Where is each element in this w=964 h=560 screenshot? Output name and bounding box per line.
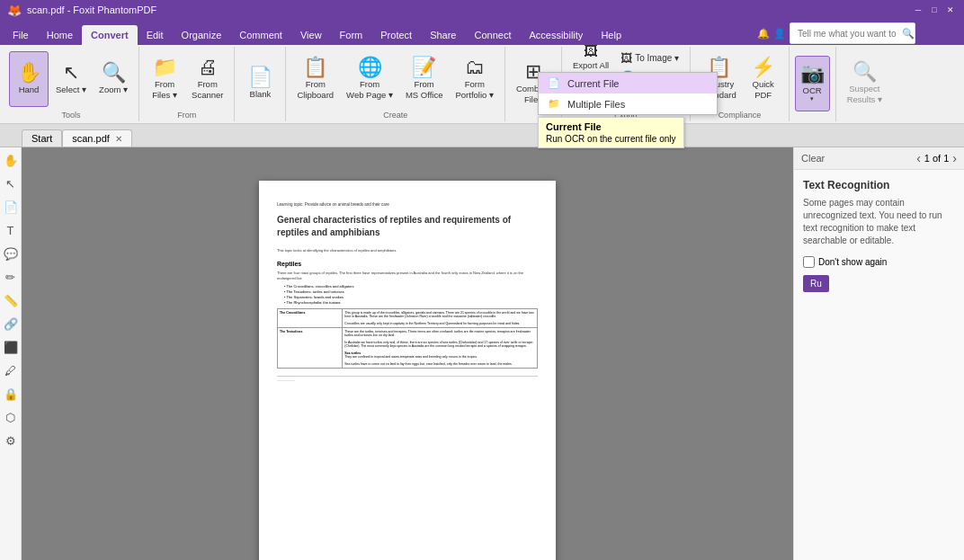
- pdf-page: Learning topic: Provide advice on animal…: [259, 181, 556, 561]
- blank-button[interactable]: 📄 Blank: [240, 56, 280, 111]
- from-clipboard-button[interactable]: 📋 FromClipboard: [291, 51, 339, 107]
- tab-start[interactable]: Start: [22, 129, 62, 147]
- select-button[interactable]: ↖ Select ▾: [50, 51, 92, 107]
- ribbon-group-ocr: 📷 OCR ▾: [790, 47, 836, 121]
- suspect-results-icon: 🔍: [852, 62, 877, 82]
- export-all-images-icon: 🖼: [584, 44, 598, 58]
- from-ms-office-button[interactable]: 📝 FromMS Office: [400, 51, 449, 107]
- pdf-bullet-4: • The Rhynchocephalia: the tuatara: [284, 300, 538, 305]
- left-tool-custom[interactable]: ⚙: [2, 431, 20, 449]
- pdf-learning-topic: Learning topic: Provide advice on animal…: [277, 202, 538, 207]
- right-panel-nav: Clear ‹ 1 of 1 ›: [794, 147, 964, 170]
- from-ms-office-label: FromMS Office: [406, 79, 443, 100]
- search-input[interactable]: [794, 24, 902, 42]
- tab-form[interactable]: Form: [331, 25, 372, 45]
- pdf-intro-text: This topic looks at identifying the char…: [277, 248, 538, 253]
- ocr-button[interactable]: 📷 OCR ▾: [795, 56, 830, 111]
- from-scanner-icon: 🖨: [198, 58, 218, 77]
- to-image-button[interactable]: 🖼 To Image ▾: [616, 49, 684, 67]
- pdf-bullet-3: • The Squamates: lizards and snakes: [284, 295, 538, 299]
- left-tool-hand[interactable]: ✋: [2, 151, 20, 169]
- left-tool-draw[interactable]: ✏: [2, 268, 20, 286]
- left-tool-comment[interactable]: 💬: [2, 244, 20, 262]
- hand-button[interactable]: ✋ Hand: [9, 51, 49, 107]
- tools-buttons: ✋ Hand ↖ Select ▾ 🔍 Zoom ▾: [9, 49, 133, 109]
- tab-accessibility[interactable]: Accessibility: [520, 25, 592, 45]
- ribbon-group-blank: 📄 Blank: [235, 47, 286, 121]
- pdf-table-body-2: These are the turtles, tortoises and ter…: [343, 327, 538, 368]
- tab-home[interactable]: Home: [38, 25, 82, 45]
- dont-show-again-checkbox[interactable]: [803, 256, 815, 268]
- pdf-reptiles-title: Reptiles: [277, 261, 538, 267]
- dropdown-item-multiple-files[interactable]: 📁 Multiple Files: [539, 93, 717, 114]
- prev-page-button[interactable]: ‹: [916, 151, 921, 165]
- from-files-button[interactable]: 📁 FromFiles ▾: [145, 51, 184, 107]
- quick-pdf-label: QuickPDF: [753, 79, 774, 100]
- tab-help[interactable]: Help: [592, 25, 630, 45]
- to-image-icon: 🖼: [620, 51, 632, 65]
- next-page-button[interactable]: ›: [952, 151, 957, 165]
- dropdown-item-current-file[interactable]: 📄 Current File: [539, 73, 717, 93]
- ribbon-group-create: 📋 FromClipboard 🌐 FromWeb Page ▾ 📝 FromM…: [286, 47, 505, 121]
- from-web-page-button[interactable]: 🌐 FromWeb Page ▾: [341, 51, 398, 107]
- from-group-label: From: [177, 109, 196, 120]
- ocr-icon: 📷: [800, 64, 825, 84]
- tab-convert[interactable]: Convert: [82, 25, 138, 45]
- close-window-button[interactable]: ✕: [944, 4, 957, 16]
- ocr-tooltip: Current File Run OCR on the current file…: [538, 117, 684, 148]
- from-ms-office-icon: 📝: [412, 58, 436, 77]
- multiple-files-label: Multiple Files: [567, 99, 625, 110]
- tab-protect[interactable]: Protect: [371, 25, 421, 45]
- pdf-reptiles-intro: There are four main groups of reptiles. …: [277, 271, 538, 281]
- maximize-button[interactable]: □: [928, 4, 941, 16]
- pdf-bullet-2: • The Testudines: turtles and tortoises: [284, 289, 538, 294]
- tab-view[interactable]: View: [291, 25, 331, 45]
- suspect-results-button[interactable]: 🔍 SuspectResults ▾: [842, 56, 888, 111]
- tab-connect[interactable]: Connect: [465, 25, 520, 45]
- ocr-dropdown-arrow[interactable]: ▾: [810, 95, 814, 102]
- to-image-label: To Image ▾: [635, 53, 679, 63]
- left-tool-sign[interactable]: 🖊: [2, 361, 20, 379]
- tooltip-title: Current File: [546, 121, 676, 132]
- minimize-button[interactable]: ─: [912, 4, 924, 16]
- quick-pdf-button[interactable]: ⚡ QuickPDF: [744, 51, 783, 107]
- from-scanner-button[interactable]: 🖨 FromScanner: [186, 51, 228, 107]
- search-area: 🔔 👤 🔍 ⚙: [757, 22, 928, 44]
- multiple-files-icon: 📁: [548, 98, 560, 110]
- run-recognition-button[interactable]: Ru: [803, 275, 829, 292]
- left-tool-lock[interactable]: 🔒: [2, 385, 20, 403]
- left-tool-redact[interactable]: ⬛: [2, 338, 20, 356]
- left-tool-cursor[interactable]: ↖: [2, 174, 20, 192]
- tab-organize[interactable]: Organize: [173, 25, 231, 45]
- quick-pdf-icon: ⚡: [751, 58, 775, 77]
- left-tool-stamp[interactable]: 🔗: [2, 315, 20, 333]
- form-portfolio-button[interactable]: 🗂 FormPortfolio ▾: [450, 51, 499, 107]
- clear-button[interactable]: Clear: [801, 153, 825, 164]
- title-bar: 🦊 scan.pdf - Foxit PhantomPDF ─ □ ✕: [0, 0, 964, 20]
- current-file-label: Current File: [567, 78, 619, 89]
- zoom-button[interactable]: 🔍 Zoom ▾: [94, 51, 133, 107]
- tab-comment[interactable]: Comment: [230, 25, 291, 45]
- search-submit-icon[interactable]: 🔍: [902, 28, 915, 40]
- left-tool-page[interactable]: 📄: [2, 198, 20, 216]
- tab-file[interactable]: File: [4, 25, 38, 45]
- zoom-icon: 🔍: [102, 63, 126, 83]
- ocr-dropdown-menu: 📄 Current File 📁 Multiple Files: [538, 72, 718, 115]
- search-box[interactable]: 🔍: [790, 22, 915, 44]
- tab-edit[interactable]: Edit: [138, 25, 173, 45]
- settings-icon[interactable]: ⚙: [919, 28, 928, 40]
- left-tool-type[interactable]: T: [2, 221, 20, 239]
- left-tool-measure[interactable]: 📏: [2, 291, 20, 309]
- tab-share[interactable]: Share: [421, 25, 465, 45]
- scan-pdf-tab-label: scan.pdf: [72, 133, 110, 144]
- pdf-table-header-2: The Testudines: [278, 327, 343, 368]
- pdf-table-header-1: The Crocodilians: [278, 308, 343, 327]
- left-tool-export[interactable]: ⬡: [2, 408, 20, 426]
- account-icon: 👤: [773, 28, 786, 40]
- tools-group-label: Tools: [62, 109, 81, 120]
- form-portfolio-icon: 🗂: [465, 58, 485, 77]
- close-tab-button[interactable]: ✕: [115, 134, 122, 144]
- zoom-label: Zoom ▾: [99, 84, 128, 94]
- tab-scan-pdf[interactable]: scan.pdf ✕: [62, 129, 132, 147]
- ocr-btn-container: 📷 OCR ▾: [795, 56, 830, 111]
